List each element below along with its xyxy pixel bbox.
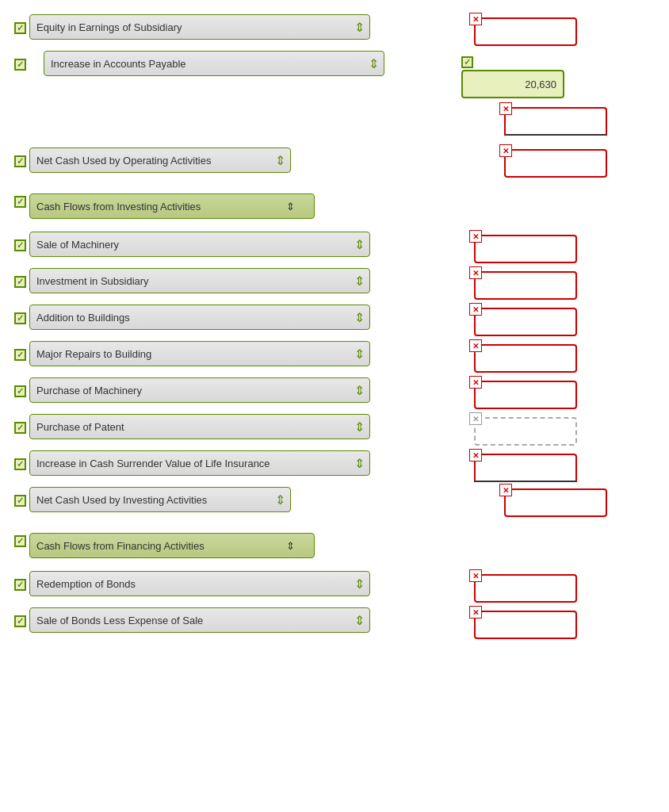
x-mark-addition-buildings[interactable]: ✕ xyxy=(469,303,482,316)
input-redemption-bonds[interactable]: ✕ xyxy=(474,574,577,603)
dropdown-net-cash-operating[interactable]: Net Cash Used by Operating Activities ⇕ xyxy=(29,147,291,173)
dropdown-arrow-9: ⇕ xyxy=(354,383,365,398)
dropdown-addition-buildings[interactable]: Addition to Buildings ⇕ xyxy=(29,304,370,330)
input-sale-machinery[interactable]: ✕ xyxy=(474,235,577,263)
dropdown-redemption-bonds[interactable]: Redemption of Bonds ⇕ xyxy=(29,571,370,596)
dropdown-investment-subsidiary[interactable]: Investment in Subsidiary ⇕ xyxy=(29,268,370,293)
checkbox-equity-earnings[interactable] xyxy=(14,20,26,34)
row-sale-machinery: Sale of Machinery ⇕ ✕ xyxy=(14,232,655,263)
checkbox-sale-bonds[interactable] xyxy=(14,613,26,627)
input-major-repairs[interactable]: ✕ xyxy=(474,344,577,373)
dropdown-cash-surrender[interactable]: Increase in Cash Surrender Value of Life… xyxy=(29,450,370,476)
input-purchase-machinery-wrap: ✕ xyxy=(474,381,577,409)
dropdown-sale-machinery[interactable]: Sale of Machinery ⇕ xyxy=(29,232,370,257)
input-sale-bonds[interactable]: ✕ xyxy=(474,611,577,639)
x-mark-sale-machinery[interactable]: ✕ xyxy=(469,230,482,243)
x-mark-cash-surrender[interactable]: ✕ xyxy=(469,449,482,462)
dropdown-equity-earnings[interactable]: Equity in Earnings of Subsidiary ⇕ xyxy=(29,14,370,40)
dropdown-arrow-7: ⇕ xyxy=(354,310,365,325)
row-redemption-bonds: Redemption of Bonds ⇕ ✕ xyxy=(14,571,655,603)
dropdown-arrow-11: ⇕ xyxy=(354,456,365,471)
row-equity-earnings: Equity in Earnings of Subsidiary ⇕ ✕ xyxy=(14,14,655,46)
dropdown-arrow-12: ⇕ xyxy=(275,492,285,508)
checkbox-purchase-machinery[interactable] xyxy=(14,383,26,397)
checkbox-cash-flows-investing[interactable] xyxy=(14,193,26,208)
input-equity-earnings-wrap: ✕ xyxy=(474,17,577,46)
checkbox-purchase-patent[interactable] xyxy=(14,419,26,434)
input-accounts-payable[interactable]: 20,630 xyxy=(461,70,564,98)
x-mark-major-repairs[interactable]: ✕ xyxy=(469,339,482,352)
input-addition-buildings[interactable]: ✕ xyxy=(474,308,577,336)
checkbox-net-cash-operating[interactable] xyxy=(14,153,26,167)
dropdown-arrow-10: ⇕ xyxy=(354,419,365,435)
dropdown-arrow-5: ⇕ xyxy=(354,237,365,252)
input-net-cash-investing-wrap: ✕ xyxy=(504,488,607,517)
dropdown-arrow-6: ⇕ xyxy=(354,274,365,289)
input-operating-extra[interactable]: ✕ xyxy=(504,107,607,136)
input-investment-subsidiary[interactable]: ✕ xyxy=(474,271,577,300)
input-purchase-patent[interactable]: ✕ xyxy=(474,417,577,446)
checkbox-input-accounts-payable[interactable] xyxy=(461,54,473,68)
x-mark-sale-bonds[interactable]: ✕ xyxy=(469,606,482,619)
checkbox-major-repairs[interactable] xyxy=(14,347,26,361)
row-purchase-machinery: Purchase of Machinery ⇕ ✕ xyxy=(14,377,655,409)
x-mark-redemption-bonds[interactable]: ✕ xyxy=(469,569,482,582)
input-operating-extra-wrap: ✕ xyxy=(504,107,607,136)
dropdown-increase-accounts-payable[interactable]: Increase in Accounts Payable ⇕ xyxy=(44,51,384,76)
row-increase-accounts-payable: Increase in Accounts Payable ⇕ 20,630 xyxy=(14,51,655,98)
input-purchase-machinery[interactable]: ✕ xyxy=(474,381,577,409)
checkbox-addition-buildings[interactable] xyxy=(14,310,26,324)
input-cash-surrender[interactable]: ✕ xyxy=(474,454,577,482)
row-investment-subsidiary: Investment in Subsidiary ⇕ ✕ xyxy=(14,268,655,300)
dropdown-cash-flows-financing[interactable]: Cash Flows from Financing Activities ⇕ xyxy=(29,533,315,558)
input-investment-subsidiary-wrap: ✕ xyxy=(474,271,577,300)
row-cash-flows-investing: Cash Flows from Investing Activities ⇕ xyxy=(14,193,655,219)
input-redemption-bonds-wrap: ✕ xyxy=(474,574,577,603)
row-cash-flows-financing: Cash Flows from Financing Activities ⇕ xyxy=(14,533,655,558)
dropdown-cash-flows-investing[interactable]: Cash Flows from Investing Activities ⇕ xyxy=(29,193,315,219)
row-major-repairs: Major Repairs to Building ⇕ ✕ xyxy=(14,341,655,373)
input-sale-machinery-wrap: ✕ xyxy=(474,235,577,263)
input-equity-earnings[interactable]: ✕ xyxy=(474,17,577,46)
input-net-cash-operating-wrap: ✕ xyxy=(504,149,607,178)
dropdown-arrow: ⇕ xyxy=(354,20,365,35)
checkbox-increase-accounts-payable[interactable] xyxy=(14,56,26,71)
checkbox-redemption-bonds[interactable] xyxy=(14,576,26,591)
input-net-cash-operating[interactable]: ✕ xyxy=(504,149,607,178)
x-mark-operating-extra[interactable]: ✕ xyxy=(499,102,512,115)
x-mark-purchase-machinery[interactable]: ✕ xyxy=(469,376,482,389)
row-sale-bonds: Sale of Bonds Less Expense of Sale ⇕ ✕ xyxy=(14,607,655,639)
input-cash-surrender-wrap: ✕ xyxy=(474,454,577,482)
x-mark-net-cash-operating[interactable]: ✕ xyxy=(499,144,512,157)
dropdown-major-repairs[interactable]: Major Repairs to Building ⇕ xyxy=(29,341,370,366)
x-mark-equity-earnings[interactable]: ✕ xyxy=(469,13,482,25)
row-purchase-patent: Purchase of Patent ⇕ ✕ xyxy=(14,414,655,446)
input-sale-bonds-wrap: ✕ xyxy=(474,611,577,639)
x-mark-purchase-patent[interactable]: ✕ xyxy=(469,412,482,425)
input-addition-buildings-wrap: ✕ xyxy=(474,308,577,336)
dropdown-arrow-4: ⇕ xyxy=(286,201,295,213)
dropdown-net-cash-investing[interactable]: Net Cash Used by Investing Activities ⇕ xyxy=(29,487,291,512)
x-mark-investment-subsidiary[interactable]: ✕ xyxy=(469,266,482,279)
row-addition-buildings: Addition to Buildings ⇕ ✕ xyxy=(14,304,655,336)
input-net-cash-investing[interactable]: ✕ xyxy=(504,488,607,517)
checkbox-investment-subsidiary[interactable] xyxy=(14,274,26,288)
input-major-repairs-wrap: ✕ xyxy=(474,344,577,373)
input-purchase-patent-wrap: ✕ xyxy=(474,417,577,446)
row-net-cash-investing: Net Cash Used by Investing Activities ⇕ … xyxy=(14,487,655,512)
checkbox-sale-machinery[interactable] xyxy=(14,237,26,251)
dropdown-purchase-machinery[interactable]: Purchase of Machinery ⇕ xyxy=(29,377,370,403)
row-spacer-1: ✕ xyxy=(14,103,655,143)
input-accounts-payable-wrap: 20,630 xyxy=(461,54,564,98)
checkbox-net-cash-investing[interactable] xyxy=(14,492,26,507)
checkbox-cash-flows-financing[interactable] xyxy=(14,533,26,547)
dropdown-purchase-patent[interactable]: Purchase of Patent ⇕ xyxy=(29,414,370,439)
x-mark-net-cash-investing[interactable]: ✕ xyxy=(499,484,512,496)
row-net-cash-operating: Net Cash Used by Operating Activities ⇕ … xyxy=(14,147,655,173)
dropdown-arrow-15: ⇕ xyxy=(354,613,365,628)
checkbox-cash-surrender[interactable] xyxy=(14,456,26,470)
dropdown-arrow-14: ⇕ xyxy=(354,576,365,592)
dropdown-sale-bonds[interactable]: Sale of Bonds Less Expense of Sale ⇕ xyxy=(29,607,370,633)
dropdown-arrow-13: ⇕ xyxy=(286,540,295,552)
dropdown-arrow-3: ⇕ xyxy=(275,153,285,168)
